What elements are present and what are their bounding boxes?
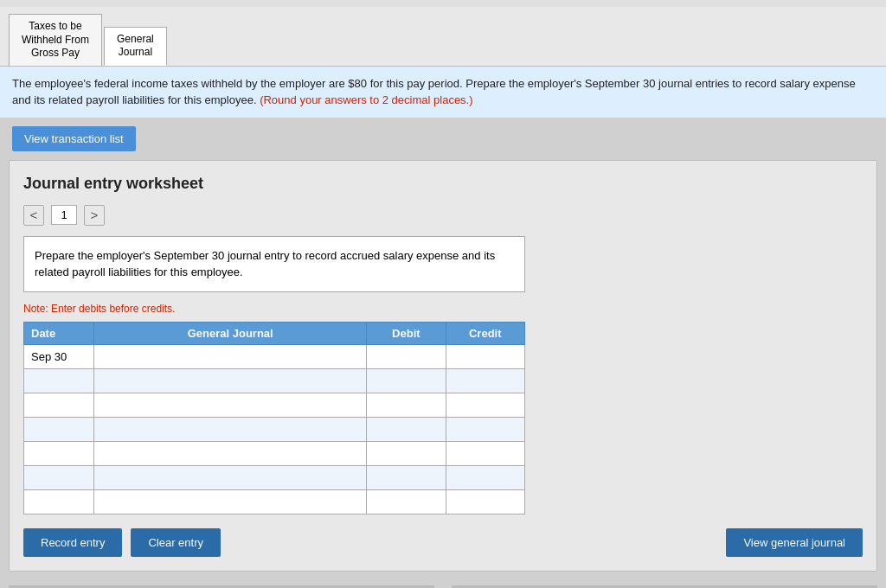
debit-input-0[interactable] xyxy=(367,345,445,368)
debit-cell-0[interactable] xyxy=(367,344,446,368)
table-row xyxy=(24,441,525,465)
gj-input-4[interactable] xyxy=(94,442,366,465)
action-row: Record entry Clear entry View general jo… xyxy=(23,528,863,557)
credit-cell-0[interactable] xyxy=(446,344,524,368)
table-row xyxy=(24,489,525,514)
view-transaction-button[interactable]: View transaction list xyxy=(12,126,136,151)
credit-cell-3[interactable] xyxy=(446,417,524,441)
gj-cell-0[interactable] xyxy=(94,344,367,368)
clear-entry-button[interactable]: Clear entry xyxy=(131,528,221,557)
gj-cell-2[interactable] xyxy=(94,393,367,417)
table-row xyxy=(24,368,525,393)
col-header-date: Date xyxy=(24,322,94,344)
gj-input-3[interactable] xyxy=(94,418,366,441)
col-header-gj: General Journal xyxy=(94,322,367,344)
table-row xyxy=(24,417,525,441)
date-cell-0: Sep 30 xyxy=(24,344,94,368)
view-general-journal-button[interactable]: View general journal xyxy=(726,528,863,557)
worksheet-title: Journal entry worksheet xyxy=(23,175,863,193)
credit-input-0[interactable] xyxy=(446,345,524,368)
debit-input-1[interactable] xyxy=(367,369,445,393)
record-entry-button[interactable]: Record entry xyxy=(23,528,122,557)
credit-input-2[interactable] xyxy=(446,393,524,417)
tab-taxes[interactable]: Taxes to be Withheld From Gross Pay xyxy=(9,14,102,66)
table-row xyxy=(24,393,525,417)
next-page-button[interactable]: > xyxy=(84,205,105,226)
tab-general-journal[interactable]: General Journal xyxy=(104,27,167,66)
gj-input-2[interactable] xyxy=(94,393,366,417)
tabs-area: Taxes to be Withheld From Gross Pay Gene… xyxy=(0,7,886,66)
gj-input-1[interactable] xyxy=(94,369,366,393)
credit-cell-2[interactable] xyxy=(446,393,524,417)
debit-input-6[interactable] xyxy=(367,490,445,514)
gj-input-5[interactable] xyxy=(94,466,366,489)
gj-cell-4[interactable] xyxy=(94,441,367,465)
credit-input-3[interactable] xyxy=(446,418,524,441)
credit-cell-4[interactable] xyxy=(446,441,524,465)
debit-input-3[interactable] xyxy=(367,418,445,441)
table-row: Sep 30 xyxy=(24,344,525,368)
debit-cell-5[interactable] xyxy=(367,465,446,489)
info-box: The employee's federal income taxes with… xyxy=(0,66,886,118)
page-number: 1 xyxy=(51,205,77,225)
credit-input-1[interactable] xyxy=(446,369,524,393)
date-cell-5 xyxy=(24,465,94,489)
debit-cell-3[interactable] xyxy=(367,417,446,441)
date-cell-2 xyxy=(24,393,94,417)
nav-row: < 1 > xyxy=(23,205,863,226)
date-cell-3 xyxy=(24,417,94,441)
journal-table: Date General Journal Debit Credit Sep 30 xyxy=(23,322,525,514)
table-row xyxy=(24,465,525,489)
credit-input-4[interactable] xyxy=(446,442,524,465)
debit-cell-1[interactable] xyxy=(367,368,446,393)
gj-cell-5[interactable] xyxy=(94,465,367,489)
debit-cell-2[interactable] xyxy=(367,393,446,417)
debit-cell-6[interactable] xyxy=(367,489,446,514)
date-cell-4 xyxy=(24,441,94,465)
gj-input-0[interactable] xyxy=(94,345,366,368)
round-note: (Round your answers to 2 decimal places.… xyxy=(260,93,472,106)
gj-cell-6[interactable] xyxy=(94,489,367,514)
entry-description: Prepare the employer's September 30 jour… xyxy=(23,236,525,292)
note-text: Note: Enter debits before credits. xyxy=(23,303,863,315)
date-cell-6 xyxy=(24,489,94,514)
credit-input-6[interactable] xyxy=(446,490,524,514)
top-bar xyxy=(0,0,886,7)
worksheet-container: Journal entry worksheet < 1 > Prepare th… xyxy=(9,160,877,572)
credit-cell-5[interactable] xyxy=(446,465,524,489)
credit-cell-1[interactable] xyxy=(446,368,524,393)
credit-cell-6[interactable] xyxy=(446,489,524,514)
gj-cell-1[interactable] xyxy=(94,368,367,393)
col-header-credit: Credit xyxy=(446,322,524,344)
gj-input-6[interactable] xyxy=(94,490,366,514)
debit-input-4[interactable] xyxy=(367,442,445,465)
credit-input-5[interactable] xyxy=(446,466,524,489)
debit-input-2[interactable] xyxy=(367,393,445,417)
col-header-debit: Debit xyxy=(367,322,446,344)
debit-input-5[interactable] xyxy=(367,466,445,489)
prev-page-button[interactable]: < xyxy=(23,205,44,226)
date-cell-1 xyxy=(24,368,94,393)
gj-cell-3[interactable] xyxy=(94,417,367,441)
debit-cell-4[interactable] xyxy=(367,441,446,465)
